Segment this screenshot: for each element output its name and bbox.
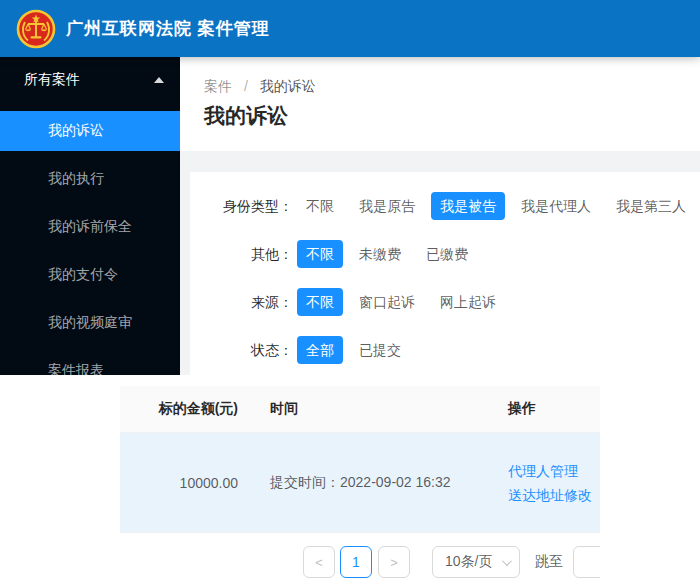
cell-actions: 代理人管理 送达地址修改: [490, 459, 600, 507]
filter-label: 身份类型：: [190, 192, 293, 220]
filter-row-identity: 身份类型： 不限 我是原告 我是被告 我是代理人 我是第三人: [190, 192, 700, 220]
background-band: [180, 151, 700, 172]
sidebar-item-label: 案件报表: [48, 362, 104, 375]
filter-option-window-filing[interactable]: 窗口起诉: [359, 288, 415, 316]
filter-option-unlimited[interactable]: 不限: [306, 192, 334, 220]
filter-option-plaintiff[interactable]: 我是原告: [359, 192, 415, 220]
prev-page-button[interactable]: <: [303, 546, 335, 578]
sidebar-item-label: 我的执行: [48, 170, 104, 188]
page-number-button[interactable]: 1: [340, 546, 372, 578]
filter-option-defendant[interactable]: 我是被告: [431, 192, 505, 220]
sidebar-item-my-litigation[interactable]: 我的诉讼: [0, 111, 180, 151]
sidebar-item-case-report[interactable]: 案件报表: [0, 351, 180, 375]
jump-to-page-input[interactable]: [573, 546, 600, 578]
breadcrumb: 案件 / 我的诉讼: [204, 78, 316, 96]
agent-management-link[interactable]: 代理人管理: [508, 459, 600, 483]
app-header: 广州互联网法院 案件管理: [0, 0, 700, 57]
case-table: 标的金额(元) 时间 操作 10000.00 提交时间：2022-09-02 1…: [120, 386, 600, 533]
column-header-amount: 标的金额(元): [120, 400, 262, 418]
next-page-button[interactable]: >: [378, 546, 410, 578]
filter-label: 来源：: [190, 288, 293, 316]
sidebar: 所有案件 我的诉讼 我的执行 我的诉前保全 我的支付令 我的视频庭审 案件报表: [0, 57, 180, 375]
filter-label: 状态：: [190, 336, 293, 364]
filter-option-all[interactable]: 全部: [297, 336, 343, 364]
jump-to-label: 跳至: [535, 553, 563, 571]
filter-option-unpaid[interactable]: 未缴费: [359, 240, 401, 268]
chevron-up-icon: [154, 77, 164, 83]
breadcrumb-item-current: 我的诉讼: [260, 78, 316, 94]
page-title: 我的诉讼: [204, 102, 288, 130]
background-strip: [180, 172, 190, 375]
sidebar-item-label: 我的诉前保全: [48, 218, 132, 236]
court-emblem-logo: [16, 9, 56, 49]
filter-option-agent[interactable]: 我是代理人: [521, 192, 591, 220]
app-root: 广州互联网法院 案件管理 所有案件 我的诉讼 我的执行 我的诉前保全 我的支付令…: [0, 0, 700, 586]
filter-option-unlimited[interactable]: 不限: [297, 240, 343, 268]
sidebar-item-video-hearing[interactable]: 我的视频庭审: [0, 303, 180, 343]
breadcrumb-item-cases[interactable]: 案件: [204, 78, 232, 94]
pagination: < 1 > 10条/页 跳至: [303, 546, 600, 578]
breadcrumb-separator: /: [244, 78, 248, 94]
filter-row-status: 状态： 全部 已提交: [190, 336, 700, 364]
page-size-value: 10条/页: [445, 553, 502, 571]
filter-panel: 身份类型： 不限 我是原告 我是被告 我是代理人 我是第三人 其他： 不限 未缴…: [190, 172, 700, 375]
filter-option-submitted[interactable]: 已提交: [359, 336, 401, 364]
column-header-time: 时间: [262, 400, 490, 418]
sidebar-item-label: 我的视频庭审: [48, 314, 132, 332]
table-header-row: 标的金额(元) 时间 操作: [120, 386, 600, 433]
filter-option-third-party[interactable]: 我是第三人: [616, 192, 686, 220]
filter-option-unlimited[interactable]: 不限: [297, 288, 343, 316]
sidebar-item-my-enforcement[interactable]: 我的执行: [0, 159, 180, 199]
filter-option-online-filing[interactable]: 网上起诉: [440, 288, 496, 316]
chevron-down-icon: [502, 556, 512, 566]
page-header-block: 案件 / 我的诉讼 我的诉讼: [180, 57, 700, 151]
page-size-select[interactable]: 10条/页: [432, 546, 520, 578]
sidebar-item-label: 我的支付令: [48, 266, 118, 284]
filter-label: 其他：: [190, 240, 293, 268]
sidebar-item-label: 我的诉讼: [48, 122, 104, 140]
cell-time: 提交时间：2022-09-02 16:32: [262, 474, 490, 492]
filter-row-other: 其他： 不限 未缴费 已缴费: [190, 240, 700, 268]
app-title: 广州互联网法院 案件管理: [66, 17, 270, 40]
filter-option-paid[interactable]: 已缴费: [426, 240, 468, 268]
pagination-container: < 1 > 10条/页 跳至: [120, 540, 600, 584]
sidebar-item-payment-order[interactable]: 我的支付令: [0, 255, 180, 295]
sidebar-item-pre-litigation-preservation[interactable]: 我的诉前保全: [0, 207, 180, 247]
column-header-actions: 操作: [490, 400, 600, 418]
sidebar-group-all-cases[interactable]: 所有案件: [0, 57, 180, 103]
service-address-edit-link[interactable]: 送达地址修改: [508, 483, 600, 507]
filter-row-source: 来源： 不限 窗口起诉 网上起诉: [190, 288, 700, 316]
sidebar-group-label: 所有案件: [24, 71, 154, 89]
cell-amount: 10000.00: [120, 475, 262, 491]
table-row[interactable]: 10000.00 提交时间：2022-09-02 16:32 代理人管理 送达地…: [120, 433, 600, 533]
